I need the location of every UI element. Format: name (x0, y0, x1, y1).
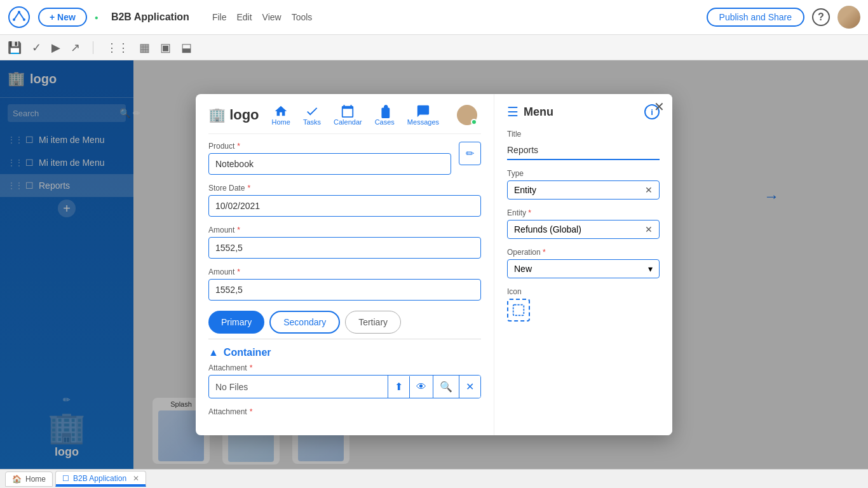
export-icon[interactable]: ↗ (71, 41, 80, 55)
tools-menu[interactable]: Tools (292, 12, 313, 22)
save-icon[interactable]: 💾 (8, 41, 22, 55)
svg-point-3 (18, 11, 20, 13)
menu-hamburger-icon: ☰ (507, 104, 519, 119)
publish-share-button[interactable]: Publish and Share (707, 8, 804, 27)
svg-point-0 (9, 7, 29, 27)
button-group: Primary Secondary Tertiary (208, 311, 481, 334)
amount1-label: Amount * (208, 226, 481, 234)
attachment1-value: No Files (209, 377, 388, 397)
nav-cases[interactable]: Cases (375, 104, 395, 126)
canvas: 🏢 logo 🔍 ✏ ⋮⋮ ☐ Mi item de Menu ⋮⋮ ☐ Mi … (0, 60, 868, 469)
file-menu[interactable]: File (212, 12, 227, 22)
panel-icon[interactable]: ▣ (160, 41, 171, 55)
store-date-input[interactable] (208, 195, 481, 217)
help-button[interactable]: ? (812, 8, 830, 26)
modal-logo-text: logo (229, 107, 259, 123)
new-button[interactable]: + New (38, 8, 87, 27)
store-date-label: Store Date * (208, 184, 481, 193)
search-attachment-button[interactable]: 🔍 (433, 376, 459, 398)
right-entity-group: Entity * Refunds (Global) ✕ (507, 208, 660, 239)
right-entity-value: Refunds (Global) (514, 224, 581, 234)
dots-icon: ⋮⋮ (106, 41, 129, 55)
user-online-dot (471, 119, 477, 125)
tab-close-button[interactable]: ✕ (133, 474, 139, 483)
svg-rect-4 (513, 305, 524, 316)
type-clear-button[interactable]: ✕ (645, 185, 653, 195)
right-operation-value: New (514, 264, 532, 274)
attachment2-group: Attachment * (208, 407, 481, 416)
divider (93, 41, 93, 54)
right-title-group: Title (507, 130, 660, 160)
primary-button[interactable]: Primary (208, 311, 264, 334)
nav-messages[interactable]: Messages (407, 104, 439, 126)
nav-calendar[interactable]: Calendar (334, 104, 362, 126)
amount1-group: Amount * (208, 226, 481, 259)
modal-container: ✕ 🏢 logo Home (196, 94, 672, 435)
app-tab-label: B2B Application (73, 474, 126, 483)
entity-clear-button[interactable]: ✕ (645, 224, 653, 234)
nav-tasks[interactable]: Tasks (303, 104, 321, 126)
chevron-down-icon: ▾ (648, 264, 653, 274)
view-button[interactable]: 👁 (409, 376, 433, 398)
home-tab-icon: 🏠 (12, 475, 22, 484)
icon-picker[interactable] (507, 299, 530, 322)
modal-right-panel: ☰ Menu i Title Type Entity ✕ (494, 94, 672, 435)
store-date-group: Store Date * (208, 184, 481, 217)
play-icon[interactable]: ▶ (51, 41, 60, 55)
right-operation-label: Operation * (507, 248, 660, 257)
menu-title: Menu (524, 105, 553, 119)
modal-logo: 🏢 logo (208, 107, 259, 123)
right-operation-select[interactable]: New ▾ (507, 259, 660, 278)
right-title-input[interactable] (507, 141, 660, 160)
tab-home[interactable]: 🏠 Home (5, 471, 53, 487)
secondary-button[interactable]: Secondary (269, 311, 340, 334)
attachment1-row: No Files ⬆ 👁 🔍 ✕ (208, 375, 481, 398)
right-entity-label: Entity * (507, 208, 660, 217)
right-type-select[interactable]: Entity ✕ (507, 180, 660, 200)
tertiary-button[interactable]: Tertiary (345, 311, 401, 334)
right-type-value: Entity (514, 185, 536, 195)
app-dot: ● (95, 14, 98, 21)
svg-point-1 (13, 18, 15, 21)
amount1-input[interactable] (208, 237, 481, 259)
product-input[interactable] (208, 153, 451, 175)
modal-overlay: ✕ 🏢 logo Home (0, 60, 868, 469)
edit-menu[interactable]: Edit (236, 12, 252, 22)
nav-home[interactable]: Home (272, 104, 290, 126)
right-icon-group: Icon (507, 287, 660, 322)
tab-b2b-application[interactable]: ☐ B2B Application ✕ (55, 471, 146, 487)
new-button-label: + New (50, 12, 76, 22)
grid-icon[interactable]: ▦ (139, 41, 150, 55)
tab-underline (56, 484, 146, 485)
product-label: Product * (208, 142, 451, 151)
check-icon[interactable]: ✓ (32, 41, 41, 55)
toolbar: 💾 ✓ ▶ ↗ ⋮⋮ ▦ ▣ ⬓ (0, 35, 868, 60)
right-title-label: Title (507, 130, 660, 139)
chevron-up-icon: ▲ (208, 347, 219, 358)
menu-header: ☰ Menu i (507, 104, 660, 119)
layers-icon[interactable]: ⬓ (181, 41, 192, 55)
app-logo-icon (8, 6, 31, 29)
product-edit-button[interactable]: ✏ (459, 142, 481, 165)
modal-left-panel: 🏢 logo Home Tasks (196, 94, 494, 435)
attachment1-label: Attachment * (208, 363, 481, 372)
modal-logo-bar: 🏢 logo Home Tasks (208, 104, 481, 134)
app-tab-icon: ☐ (62, 474, 69, 483)
right-entity-select[interactable]: Refunds (Global) ✕ (507, 220, 660, 239)
amount2-group: Amount * (208, 268, 481, 301)
home-tab-label: Home (25, 475, 46, 484)
upload-button[interactable]: ⬆ (388, 376, 409, 398)
amount2-input[interactable] (208, 279, 481, 301)
app-name: B2B Application (111, 11, 189, 23)
top-bar: + New ● B2B Application File Edit View T… (0, 0, 868, 35)
nav-icons: Home Tasks Calendar Cases (272, 104, 477, 126)
svg-point-2 (23, 18, 25, 21)
right-type-group: Type Entity ✕ (507, 169, 660, 200)
amount2-label: Amount * (208, 268, 481, 276)
right-type-label: Type (507, 169, 660, 178)
modal-close-button[interactable]: ✕ (654, 99, 665, 114)
clear-attachment-button[interactable]: ✕ (459, 376, 480, 398)
product-group: Product * (208, 142, 451, 175)
view-menu[interactable]: View (262, 12, 281, 22)
section-divider (208, 339, 481, 339)
